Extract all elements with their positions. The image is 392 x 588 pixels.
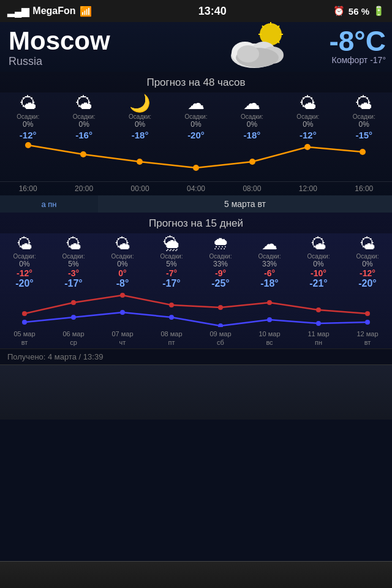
day-temp-hi: -12°: [344, 268, 391, 278]
day-item: ☁ Осадки: 33% -6° -18°: [245, 233, 294, 290]
status-right: ⏰ 56 % 🔋: [333, 6, 385, 17]
svg-point-35: [316, 321, 321, 326]
day-item: 🌤 Осадки: 0% -12° -20°: [343, 233, 392, 290]
status-time: 13:40: [198, 5, 227, 18]
day-date: 10 марвс: [245, 330, 294, 347]
city-name: Moscow: [9, 28, 383, 54]
day-weather-icon: 🌦: [148, 236, 195, 252]
day-weekday: вт: [0, 338, 49, 347]
svg-point-32: [169, 315, 174, 320]
hour-weather-icon: 🌙: [113, 95, 167, 112]
svg-point-17: [193, 165, 199, 171]
battery-percent: 56 %: [349, 6, 369, 17]
day-precip-value: 0%: [99, 260, 146, 268]
hour-weather-icon: 🌤: [57, 95, 110, 112]
day-item: 🌤 Осадки: 0% 0° -8°: [98, 233, 147, 290]
day-date-num: 09 мар: [196, 330, 245, 338]
weather-header: Moscow Russia: [0, 22, 392, 72]
svg-point-36: [365, 320, 370, 325]
day-date-num: 07 мар: [98, 330, 147, 338]
hour-weather-icon: 🌤: [337, 95, 391, 112]
day-temp-lo: -18°: [246, 278, 293, 289]
svg-point-28: [365, 311, 370, 316]
day-temp-lo: -21°: [295, 278, 342, 289]
hourly-scroll[interactable]: 🌤 Осадки: 0% 🌤 Осадки: 0% 🌙 Осадки: 0% ☁…: [0, 92, 392, 195]
day-temp-hi: 0°: [99, 268, 146, 278]
daily-dates-row: 05 марвт06 марср07 марчт08 марпт09 марсб…: [0, 327, 392, 349]
precip-label: Осадки:: [57, 113, 110, 120]
forecast-48-title: Прогноз на 48 часов: [0, 72, 392, 92]
day-precip-value: 5%: [50, 260, 97, 268]
forecast-48-section: Прогноз на 48 часов 🌤 Осадки: 0% 🌤 Осадк…: [0, 72, 392, 195]
daily-scroll[interactable]: 🌤 Осадки: 0% -12° -20° 🌤 Осадки: 5% -3° …: [0, 233, 392, 349]
svg-point-21: [22, 311, 27, 316]
precip-label: Осадки:: [337, 113, 391, 120]
precip-label: Осадки:: [225, 113, 279, 120]
hour-time: 04:00: [168, 184, 224, 193]
day-temp-hi: -10°: [295, 268, 342, 278]
precip-value: 0%: [1, 120, 55, 129]
svg-point-27: [316, 307, 321, 312]
hour-time: 16:00: [0, 184, 56, 193]
day-temp-hi: -9°: [197, 268, 244, 278]
day-weather-icon: 🌤: [1, 236, 48, 252]
svg-point-19: [304, 144, 311, 150]
day-date-num: 05 мар: [0, 330, 49, 338]
day-temp-lo: -20°: [344, 278, 391, 289]
svg-point-24: [169, 303, 174, 307]
hour-item: 🌤 Осадки: 0%: [280, 92, 336, 130]
day-item: 🌨 Осадки: 33% -9° -25°: [196, 233, 245, 290]
day-date: 12 марвт: [343, 330, 392, 347]
bottom-nav: [0, 561, 392, 588]
hourly-times-row: 16:0020:0000:0004:0008:0012:0016:00: [0, 181, 392, 195]
updated-time: Получено: 4 марта / 13:39: [0, 349, 392, 364]
hour-item: ☁ Осадки: 0%: [168, 92, 224, 130]
precip-label: Осадки:: [281, 113, 334, 120]
svg-point-15: [80, 151, 86, 157]
precip-label: Осадки:: [1, 113, 55, 120]
svg-point-29: [22, 320, 27, 325]
day-date: 09 марсб: [196, 330, 245, 347]
hour-item: 🌤 Осадки: 0%: [0, 92, 56, 130]
alarm-icon: ⏰: [333, 6, 345, 17]
day-precip-label: Осадки:: [295, 253, 342, 260]
day-date: 11 марпн: [294, 330, 343, 347]
day-temp-hi: -12°: [1, 268, 48, 278]
day-weather-icon: 🌤: [99, 236, 146, 252]
precip-value: 0%: [337, 120, 391, 129]
day-precip-label: Осадки:: [1, 253, 48, 260]
hour-item: ☁ Осадки: 0%: [224, 92, 280, 130]
day-precip-label: Осадки:: [246, 253, 293, 260]
forecast-15-section: Прогноз на 15 дней 🌤 Осадки: 0% -12° -20…: [0, 213, 392, 349]
svg-point-25: [218, 305, 223, 310]
svg-point-22: [71, 300, 76, 305]
hour-time: 16:00: [336, 184, 392, 193]
day-temp-lo: -17°: [50, 278, 97, 289]
day-date-num: 06 мар: [49, 330, 98, 338]
day-temp-lo: -17°: [148, 278, 195, 289]
comfort-text: Комфорт -17°: [329, 55, 386, 65]
hourly-icons-row: 🌤 Осадки: 0% 🌤 Осадки: 0% 🌙 Осадки: 0% ☁…: [0, 92, 392, 130]
svg-point-13: [237, 45, 259, 62]
signal-icon: ▂▄▆: [7, 6, 29, 17]
day-item: 🌤 Осадки: 0% -12° -20°: [0, 233, 49, 290]
city-dock: [0, 364, 392, 420]
day-label-left: а пн: [0, 195, 98, 213]
status-bar: ▂▄▆ MegaFon 📶 13:40 ⏰ 56 % 🔋: [0, 0, 392, 22]
day-temp-hi: -3°: [50, 268, 97, 278]
hourly-temp-chart: -12°-16°-18°-20°-18°-12°-15°: [0, 130, 392, 179]
svg-point-30: [71, 315, 76, 320]
day-precip-value: 33%: [246, 260, 293, 268]
svg-point-31: [120, 310, 125, 315]
temperature-value: -8°C: [329, 27, 386, 55]
day-temp-lo: -25°: [197, 278, 244, 289]
hour-item: 🌤 Осадки: 0%: [336, 92, 392, 130]
day-date: 07 марчт: [98, 330, 147, 347]
day-weekday: ср: [49, 338, 98, 347]
day-precip-value: 5%: [148, 260, 195, 268]
day-item: 🌦 Осадки: 5% -7° -17°: [147, 233, 196, 290]
day-date-num: 11 мар: [294, 330, 343, 338]
precip-value: 0%: [57, 120, 110, 129]
battery-icon: 🔋: [373, 6, 385, 17]
day-weather-icon: 🌤: [295, 236, 342, 252]
